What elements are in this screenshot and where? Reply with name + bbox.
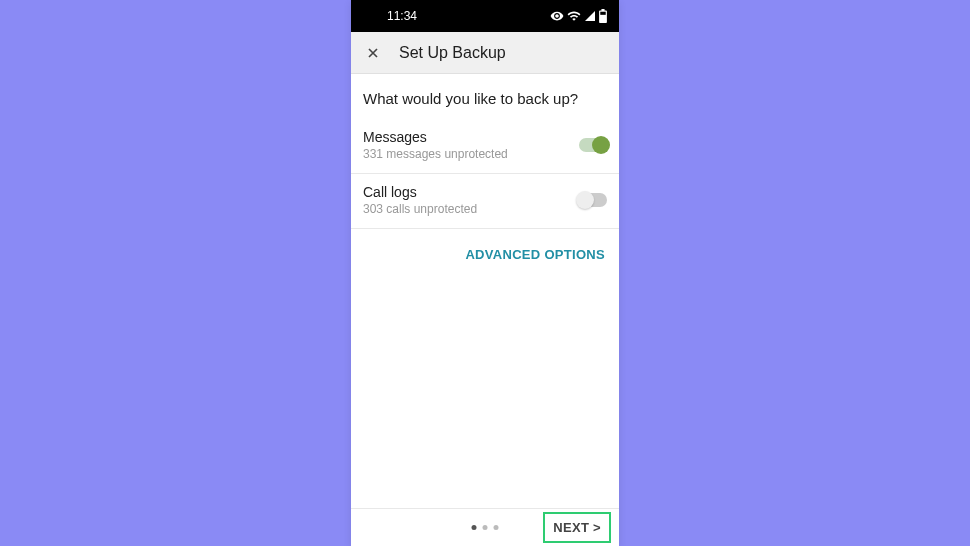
advanced-options-link[interactable]: ADVANCED OPTIONS	[465, 247, 605, 262]
phone-frame: 11:34 Set Up Backup What would you like …	[351, 0, 619, 546]
toggle-call-logs[interactable]	[579, 193, 607, 207]
section-heading: What would you like to back up?	[351, 74, 619, 119]
option-sublabel: 331 messages unprotected	[363, 147, 508, 161]
dot-2	[483, 525, 488, 530]
option-messages[interactable]: Messages 331 messages unprotected	[351, 119, 619, 174]
option-sublabel: 303 calls unprotected	[363, 202, 477, 216]
dot-3	[494, 525, 499, 530]
signal-icon	[584, 10, 596, 22]
content-area: What would you like to back up? Messages…	[351, 74, 619, 508]
page-indicator	[472, 525, 499, 530]
option-call-logs[interactable]: Call logs 303 calls unprotected	[351, 174, 619, 229]
dot-1	[472, 525, 477, 530]
option-label: Call logs	[363, 184, 477, 200]
option-label: Messages	[363, 129, 508, 145]
advanced-row: ADVANCED OPTIONS	[351, 229, 619, 279]
toggle-messages[interactable]	[579, 138, 607, 152]
status-bar: 11:34	[351, 0, 619, 32]
battery-icon	[599, 9, 607, 23]
footer-bar: NEXT >	[351, 508, 619, 546]
eye-icon	[550, 9, 564, 23]
status-icons	[550, 9, 607, 23]
page-title: Set Up Backup	[399, 44, 506, 62]
svg-rect-0	[600, 12, 605, 15]
next-button[interactable]: NEXT >	[543, 512, 611, 543]
app-bar: Set Up Backup	[351, 32, 619, 74]
wifi-icon	[567, 9, 581, 23]
status-time: 11:34	[363, 9, 417, 23]
close-icon[interactable]	[363, 43, 383, 63]
option-text: Messages 331 messages unprotected	[363, 129, 508, 161]
option-text: Call logs 303 calls unprotected	[363, 184, 477, 216]
